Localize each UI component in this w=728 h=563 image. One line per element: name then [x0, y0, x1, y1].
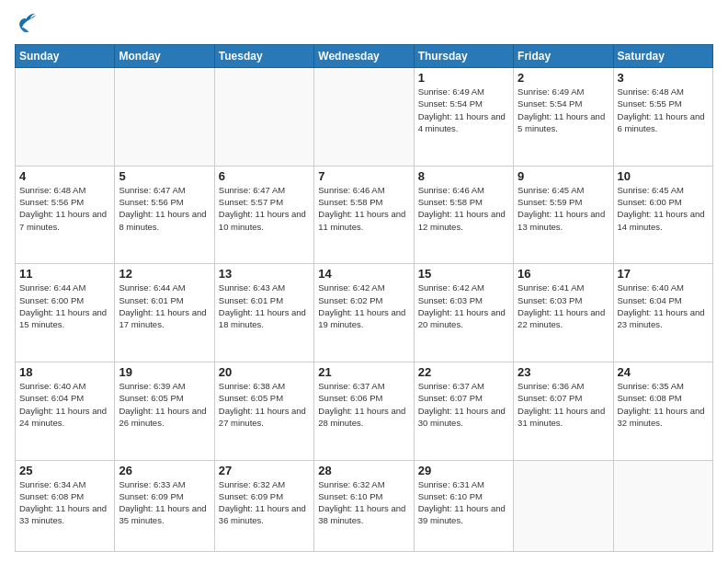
day-info: Sunrise: 6:42 AM Sunset: 6:02 PM Dayligh…: [318, 282, 409, 330]
day-info: Sunrise: 6:41 AM Sunset: 6:03 PM Dayligh…: [518, 282, 609, 330]
day-info: Sunrise: 6:44 AM Sunset: 6:01 PM Dayligh…: [119, 282, 210, 330]
calendar-table: SundayMondayTuesdayWednesdayThursdayFrid…: [15, 44, 713, 552]
day-number: 21: [318, 365, 409, 379]
day-info: Sunrise: 6:43 AM Sunset: 6:01 PM Dayligh…: [219, 282, 310, 330]
day-info: Sunrise: 6:49 AM Sunset: 5:54 PM Dayligh…: [418, 86, 509, 134]
day-number: 14: [318, 267, 409, 281]
day-info: Sunrise: 6:49 AM Sunset: 5:54 PM Dayligh…: [518, 86, 609, 134]
calendar-cell: 20Sunrise: 6:38 AM Sunset: 6:05 PM Dayli…: [214, 362, 313, 460]
calendar-cell: [514, 460, 613, 551]
logo: [15, 11, 44, 37]
day-info: Sunrise: 6:34 AM Sunset: 6:08 PM Dayligh…: [19, 478, 110, 527]
day-info: Sunrise: 6:48 AM Sunset: 5:56 PM Dayligh…: [19, 184, 110, 233]
calendar-cell: 24Sunrise: 6:35 AM Sunset: 6:08 PM Dayli…: [613, 362, 712, 460]
calendar-header-row: SundayMondayTuesdayWednesdayThursdayFrid…: [16, 45, 713, 68]
day-info: Sunrise: 6:31 AM Sunset: 6:10 PM Dayligh…: [418, 478, 509, 527]
day-number: 11: [19, 267, 110, 281]
weekday-header: Wednesday: [314, 45, 414, 68]
day-number: 25: [19, 464, 110, 477]
calendar-cell: 7Sunrise: 6:46 AM Sunset: 5:58 PM Daylig…: [314, 166, 414, 264]
calendar-cell: 22Sunrise: 6:37 AM Sunset: 6:07 PM Dayli…: [414, 362, 513, 460]
week-row: 18Sunrise: 6:40 AM Sunset: 6:04 PM Dayli…: [16, 362, 713, 460]
weekday-header: Monday: [115, 45, 214, 68]
day-number: 10: [618, 169, 709, 183]
day-number: 16: [518, 267, 609, 281]
weekday-header: Tuesday: [214, 45, 313, 68]
day-info: Sunrise: 6:46 AM Sunset: 5:58 PM Dayligh…: [418, 184, 509, 233]
calendar-cell: 5Sunrise: 6:47 AM Sunset: 5:56 PM Daylig…: [115, 166, 214, 264]
day-info: Sunrise: 6:32 AM Sunset: 6:10 PM Dayligh…: [318, 478, 409, 527]
day-info: Sunrise: 6:44 AM Sunset: 6:00 PM Dayligh…: [19, 282, 110, 330]
calendar-cell: 25Sunrise: 6:34 AM Sunset: 6:08 PM Dayli…: [16, 460, 115, 551]
weekday-header: Saturday: [613, 45, 712, 68]
week-row: 1Sunrise: 6:49 AM Sunset: 5:54 PM Daylig…: [16, 68, 713, 167]
calendar-cell: 9Sunrise: 6:45 AM Sunset: 5:59 PM Daylig…: [514, 166, 613, 264]
day-number: 29: [418, 464, 509, 477]
day-info: Sunrise: 6:37 AM Sunset: 6:06 PM Dayligh…: [318, 380, 409, 429]
day-number: 27: [219, 464, 310, 477]
day-info: Sunrise: 6:40 AM Sunset: 6:04 PM Dayligh…: [618, 282, 709, 330]
calendar-cell: 15Sunrise: 6:42 AM Sunset: 6:03 PM Dayli…: [414, 264, 513, 362]
day-info: Sunrise: 6:42 AM Sunset: 6:03 PM Dayligh…: [418, 282, 509, 330]
day-number: 22: [418, 365, 509, 379]
day-info: Sunrise: 6:37 AM Sunset: 6:07 PM Dayligh…: [418, 380, 509, 429]
day-number: 3: [618, 71, 709, 85]
day-number: 15: [418, 267, 509, 281]
day-info: Sunrise: 6:48 AM Sunset: 5:55 PM Dayligh…: [618, 86, 709, 134]
calendar-cell: 1Sunrise: 6:49 AM Sunset: 5:54 PM Daylig…: [414, 68, 513, 167]
day-number: 8: [418, 169, 509, 183]
day-number: 13: [219, 267, 310, 281]
day-info: Sunrise: 6:46 AM Sunset: 5:58 PM Dayligh…: [318, 184, 409, 233]
calendar-cell: 27Sunrise: 6:32 AM Sunset: 6:09 PM Dayli…: [214, 460, 313, 551]
weekday-header: Sunday: [16, 45, 115, 68]
calendar-cell: 11Sunrise: 6:44 AM Sunset: 6:00 PM Dayli…: [16, 264, 115, 362]
week-row: 11Sunrise: 6:44 AM Sunset: 6:00 PM Dayli…: [16, 264, 713, 362]
weekday-header: Friday: [514, 45, 613, 68]
day-number: 18: [19, 365, 110, 379]
day-info: Sunrise: 6:45 AM Sunset: 5:59 PM Dayligh…: [518, 184, 609, 233]
page-header: [15, 11, 713, 37]
calendar-cell: 19Sunrise: 6:39 AM Sunset: 6:05 PM Dayli…: [115, 362, 214, 460]
day-number: 23: [518, 365, 609, 379]
calendar-cell: [214, 68, 313, 167]
day-number: 1: [418, 71, 509, 85]
calendar-cell: 14Sunrise: 6:42 AM Sunset: 6:02 PM Dayli…: [314, 264, 414, 362]
calendar-cell: 17Sunrise: 6:40 AM Sunset: 6:04 PM Dayli…: [613, 264, 712, 362]
day-info: Sunrise: 6:35 AM Sunset: 6:08 PM Dayligh…: [618, 380, 709, 429]
day-info: Sunrise: 6:33 AM Sunset: 6:09 PM Dayligh…: [119, 478, 210, 527]
day-number: 12: [119, 267, 210, 281]
day-number: 2: [518, 71, 609, 85]
calendar-cell: 18Sunrise: 6:40 AM Sunset: 6:04 PM Dayli…: [16, 362, 115, 460]
calendar-cell: 12Sunrise: 6:44 AM Sunset: 6:01 PM Dayli…: [115, 264, 214, 362]
day-info: Sunrise: 6:45 AM Sunset: 6:00 PM Dayligh…: [618, 184, 709, 233]
calendar-cell: [314, 68, 414, 167]
calendar-cell: 10Sunrise: 6:45 AM Sunset: 6:00 PM Dayli…: [613, 166, 712, 264]
day-info: Sunrise: 6:39 AM Sunset: 6:05 PM Dayligh…: [119, 380, 210, 429]
day-number: 7: [318, 169, 409, 183]
week-row: 4Sunrise: 6:48 AM Sunset: 5:56 PM Daylig…: [16, 166, 713, 264]
calendar-cell: 13Sunrise: 6:43 AM Sunset: 6:01 PM Dayli…: [214, 264, 313, 362]
calendar-cell: [613, 460, 712, 551]
day-info: Sunrise: 6:32 AM Sunset: 6:09 PM Dayligh…: [219, 478, 310, 527]
calendar-cell: 4Sunrise: 6:48 AM Sunset: 5:56 PM Daylig…: [16, 166, 115, 264]
day-info: Sunrise: 6:47 AM Sunset: 5:57 PM Dayligh…: [219, 184, 310, 233]
day-number: 17: [618, 267, 709, 281]
weekday-header: Thursday: [414, 45, 513, 68]
calendar-cell: 3Sunrise: 6:48 AM Sunset: 5:55 PM Daylig…: [613, 68, 712, 167]
calendar-cell: 28Sunrise: 6:32 AM Sunset: 6:10 PM Dayli…: [314, 460, 414, 551]
day-info: Sunrise: 6:38 AM Sunset: 6:05 PM Dayligh…: [219, 380, 310, 429]
calendar-cell: 16Sunrise: 6:41 AM Sunset: 6:03 PM Dayli…: [514, 264, 613, 362]
calendar-cell: 23Sunrise: 6:36 AM Sunset: 6:07 PM Dayli…: [514, 362, 613, 460]
calendar-cell: 8Sunrise: 6:46 AM Sunset: 5:58 PM Daylig…: [414, 166, 513, 264]
calendar-cell: 29Sunrise: 6:31 AM Sunset: 6:10 PM Dayli…: [414, 460, 513, 551]
day-info: Sunrise: 6:47 AM Sunset: 5:56 PM Dayligh…: [119, 184, 210, 233]
week-row: 25Sunrise: 6:34 AM Sunset: 6:08 PM Dayli…: [16, 460, 713, 551]
calendar-cell: [115, 68, 214, 167]
day-info: Sunrise: 6:40 AM Sunset: 6:04 PM Dayligh…: [19, 380, 110, 429]
logo-icon: [15, 11, 40, 37]
day-number: 24: [618, 365, 709, 379]
calendar-cell: 2Sunrise: 6:49 AM Sunset: 5:54 PM Daylig…: [514, 68, 613, 167]
day-number: 4: [19, 169, 110, 183]
calendar-cell: 6Sunrise: 6:47 AM Sunset: 5:57 PM Daylig…: [214, 166, 313, 264]
day-number: 6: [219, 169, 310, 183]
